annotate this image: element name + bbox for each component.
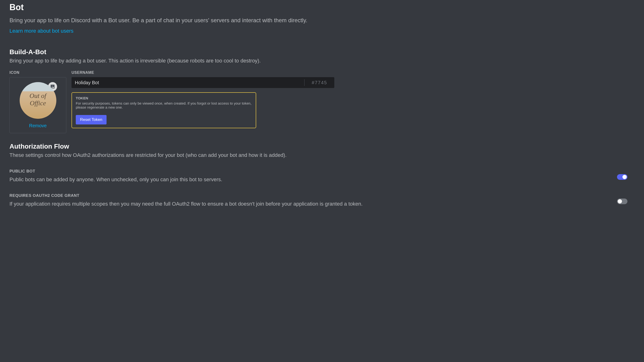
auth-flow-description: These settings control how OAuth2 author… [10, 152, 634, 158]
username-label: USERNAME [72, 70, 334, 75]
username-input-wrapper: #7745 [72, 77, 334, 88]
page-subtitle: Bring your app to life on Discord with a… [10, 17, 634, 24]
toggle-knob [622, 175, 627, 179]
public-bot-description: Public bots can be added by anyone. When… [10, 177, 617, 183]
build-bot-title: Build-A-Bot [10, 48, 634, 56]
oauth-grant-toggle[interactable] [617, 199, 628, 204]
remove-icon-link[interactable]: Remove [29, 123, 47, 128]
avatar: Out of Office [20, 82, 56, 119]
icon-upload-box[interactable]: Out of Office Remove [10, 77, 66, 133]
oauth-grant-description: If your application requires multiple sc… [10, 201, 617, 207]
username-input[interactable] [72, 77, 304, 88]
token-label: TOKEN [76, 96, 252, 100]
oauth-grant-heading: REQUIRES OAUTH2 CODE GRANT [10, 193, 617, 198]
auth-flow-title: Authorization Flow [10, 143, 634, 150]
page-title: Bot [10, 2, 634, 12]
token-box: TOKEN For security purposes, tokens can … [72, 92, 256, 128]
toggle-knob [618, 199, 622, 203]
icon-label: ICON [10, 70, 66, 75]
token-description: For security purposes, tokens can only b… [76, 101, 252, 109]
avatar-text: Out of Office [29, 92, 47, 107]
discriminator: #7745 [304, 80, 334, 85]
public-bot-heading: PUBLIC BOT [10, 169, 617, 174]
public-bot-toggle[interactable] [617, 174, 628, 180]
build-bot-description: Bring your app to life by adding a bot u… [10, 58, 634, 64]
reset-token-button[interactable]: Reset Token [76, 115, 106, 124]
learn-more-link[interactable]: Learn more about bot users [10, 28, 74, 34]
